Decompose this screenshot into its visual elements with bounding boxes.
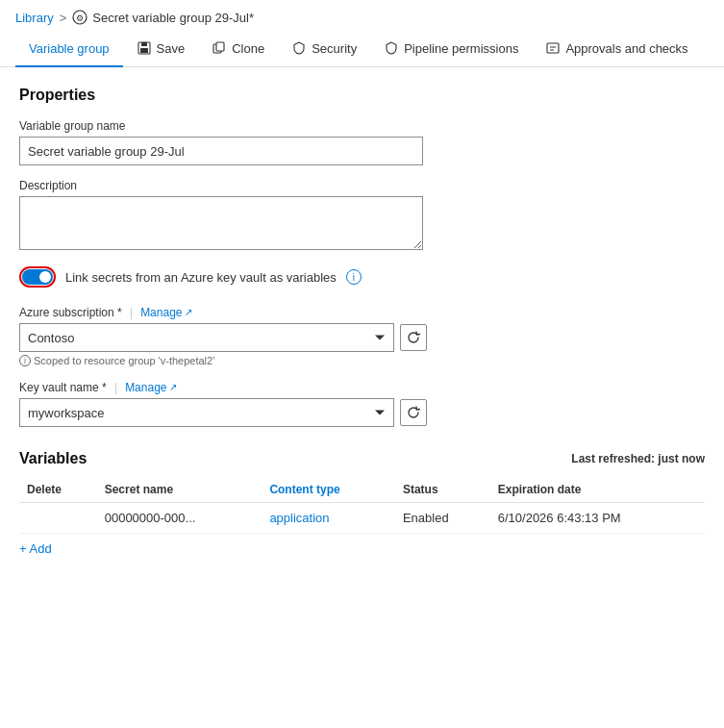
last-refreshed-time: just now	[658, 452, 705, 465]
key-vault-section: Key vault name * | Manage ↗ myworkspace	[19, 380, 705, 427]
key-vault-toggle[interactable]	[22, 269, 53, 285]
variable-group-name-input[interactable]	[19, 137, 423, 165]
tab-security-label: Security	[312, 41, 357, 56]
tab-security[interactable]: Security	[278, 31, 370, 67]
main-content: Properties Variable group name Descripti…	[0, 67, 724, 583]
col-header-content-type: Content type	[262, 477, 395, 503]
tab-clone[interactable]: Clone	[198, 31, 278, 67]
properties-title: Properties	[19, 87, 705, 104]
security-icon	[291, 40, 307, 56]
azure-subscription-select-row: Contoso	[19, 323, 705, 352]
key-vault-manage-link[interactable]: Manage ↗	[125, 381, 176, 394]
scope-note: i Scoped to resource group 'v-thepetal2'	[19, 355, 705, 366]
tab-variable-group[interactable]: Variable group	[15, 32, 123, 67]
description-label: Description	[19, 179, 705, 192]
properties-section: Properties Variable group name Descripti…	[19, 87, 705, 288]
col-header-secret-name: Secret name	[97, 477, 262, 503]
tab-clone-label: Clone	[232, 41, 264, 56]
variable-group-name-field: Variable group name	[19, 119, 705, 165]
key-vault-manage-ext-icon: ↗	[169, 382, 177, 392]
cell-delete	[19, 503, 97, 534]
approvals-icon	[545, 40, 561, 56]
breadcrumb-current-page: Secret variable group 29-Jul*	[92, 11, 254, 25]
variable-group-name-label: Variable group name	[19, 119, 705, 133]
tab-approvals-checks-label: Approvals and checks	[565, 41, 687, 56]
svg-rect-4	[140, 48, 148, 53]
azure-subscription-label-row: Azure subscription * | Manage ↗	[19, 305, 705, 319]
breadcrumb-separator: >	[60, 11, 67, 25]
table-header-row: Delete Secret name Content type Status E…	[19, 477, 705, 503]
variables-table: Delete Secret name Content type Status E…	[19, 477, 705, 534]
key-vault-select[interactable]: myworkspace	[19, 398, 394, 427]
col-header-delete: Delete	[19, 477, 97, 503]
azure-subscription-manage-link[interactable]: Manage ↗	[140, 306, 191, 319]
toolbar: Variable group Save Clone Security	[0, 31, 724, 67]
svg-rect-6	[216, 42, 224, 51]
variables-section: Variables Last refreshed: just now Delet…	[19, 450, 705, 564]
azure-subscription-section: Azure subscription * | Manage ↗ Contoso	[19, 305, 705, 366]
col-header-status: Status	[395, 477, 490, 503]
azure-subscription-select-wrapper: Contoso	[19, 323, 394, 352]
key-vault-label: Key vault name *	[19, 381, 107, 394]
cell-expiration-date: 6/10/2026 6:43:13 PM	[490, 503, 705, 534]
svg-rect-7	[547, 43, 559, 53]
add-variable-label: + Add	[19, 541, 52, 556]
variable-group-icon: ⚙	[72, 10, 87, 25]
last-refreshed-label: Last refreshed:	[571, 452, 658, 465]
description-input[interactable]	[19, 196, 423, 250]
pipeline-icon	[384, 40, 399, 56]
scope-info-icon: i	[19, 355, 31, 366]
key-vault-refresh-button[interactable]	[400, 399, 427, 426]
tab-save-label: Save	[157, 41, 186, 56]
col-header-expiration-date: Expiration date	[490, 477, 705, 503]
tab-pipeline-permissions-label: Pipeline permissions	[404, 41, 518, 56]
variables-title: Variables	[19, 450, 87, 467]
cell-secret-name: 00000000-000...	[97, 503, 262, 534]
svg-rect-3	[141, 42, 147, 46]
description-field: Description	[19, 179, 705, 253]
tab-approvals-checks[interactable]: Approvals and checks	[532, 31, 701, 67]
toggle-wrapper	[19, 266, 56, 288]
add-variable-button[interactable]: + Add	[19, 534, 52, 564]
tab-variable-group-label: Variable group	[29, 41, 110, 56]
svg-text:⚙: ⚙	[76, 13, 84, 23]
breadcrumb-library-link[interactable]: Library	[15, 11, 54, 25]
table-row: 00000000-000... application Enabled 6/10…	[19, 503, 705, 534]
clone-icon	[212, 40, 227, 56]
tab-save[interactable]: Save	[123, 31, 199, 67]
manage-ext-link-icon: ↗	[185, 307, 192, 317]
save-icon	[137, 40, 152, 56]
toggle-row: Link secrets from an Azure key vault as …	[19, 266, 705, 288]
azure-subscription-required: *	[117, 306, 122, 319]
breadcrumb: Library > ⚙ Secret variable group 29-Jul…	[0, 0, 724, 31]
toggle-label: Link secrets from an Azure key vault as …	[65, 270, 337, 285]
cell-content-type: application	[262, 503, 395, 534]
key-vault-pipe-sep: |	[114, 380, 117, 394]
azure-subscription-select[interactable]: Contoso	[19, 323, 394, 352]
variables-header: Variables Last refreshed: just now	[19, 450, 705, 467]
last-refreshed: Last refreshed: just now	[571, 452, 705, 465]
key-vault-select-row: myworkspace	[19, 398, 705, 427]
key-vault-label-row: Key vault name * | Manage ↗	[19, 380, 705, 394]
key-vault-select-wrapper: myworkspace	[19, 398, 394, 427]
azure-subscription-label: Azure subscription *	[19, 306, 122, 319]
tab-pipeline-permissions[interactable]: Pipeline permissions	[370, 31, 532, 67]
key-vault-required: *	[102, 381, 107, 394]
azure-subscription-refresh-button[interactable]	[400, 324, 427, 351]
toggle-info-icon[interactable]: i	[346, 269, 362, 285]
toggle-thumb	[39, 271, 51, 283]
cell-status: Enabled	[395, 503, 490, 534]
pipe-separator: |	[130, 305, 133, 319]
